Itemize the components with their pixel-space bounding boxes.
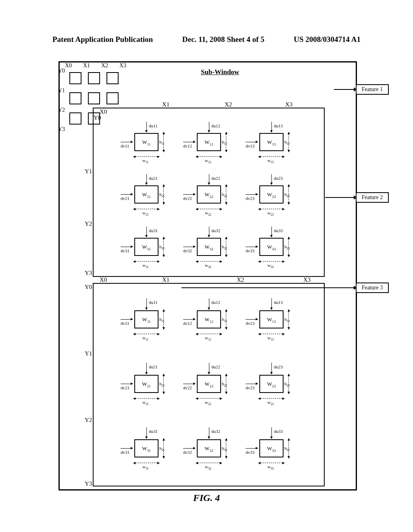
p2-du-arrow32 <box>209 227 209 237</box>
sy3: Y3 <box>58 126 65 133</box>
page-header: Patent Application Publication Dec. 11, … <box>0 35 413 44</box>
feature3-label: Feature 3 <box>356 283 389 293</box>
p3-w33: W33 <box>259 439 284 457</box>
p2-h33: h33 <box>284 244 290 250</box>
p2-w12: W12 <box>197 133 221 151</box>
p2-dv33: dv33 <box>246 248 254 253</box>
p3-du-arrow23 <box>271 363 272 374</box>
sc22 <box>88 92 100 104</box>
p3-du11: du11 <box>149 300 158 305</box>
p3-y1: Y1 <box>85 350 92 357</box>
p3-dv-arrow11 <box>121 319 133 320</box>
p3-dv-arrow23 <box>246 384 258 384</box>
p3-w13: W13 <box>259 310 284 328</box>
p3-h33: h33 <box>284 446 290 452</box>
p2-du-arrow12 <box>209 122 209 132</box>
p2-du-arrow33 <box>271 227 272 237</box>
p3-du23: du23 <box>274 364 283 369</box>
p3-w23: W23 <box>259 375 284 393</box>
p3-dv-arrow21 <box>121 384 133 384</box>
header-left: Patent Application Publication <box>52 35 153 44</box>
sy2: Y2 <box>58 107 65 113</box>
p3-w-arrow22 <box>196 398 222 399</box>
p2-wlbl21: w21 <box>142 210 149 216</box>
p2-du31: du31 <box>149 228 158 233</box>
p2-w21: W21 <box>134 185 159 204</box>
feature1-arrow <box>334 89 357 90</box>
p2-dv11: dv11 <box>121 143 129 148</box>
sc12 <box>88 72 100 84</box>
p2-dv-arrow11 <box>121 142 133 142</box>
p3-dv-arrow32 <box>183 448 195 449</box>
p3-du-arrow31 <box>146 427 147 438</box>
sc21 <box>69 92 81 104</box>
p3-dv13: dv13 <box>246 321 254 326</box>
p3-x3: X3 <box>303 276 311 283</box>
p3-w-arrow31 <box>133 463 159 463</box>
p2-wlbl33: w33 <box>267 263 274 269</box>
p3-dv-arrow12 <box>183 319 195 320</box>
sy0: Y0 <box>58 68 65 74</box>
p3-wlbl13: w13 <box>267 335 274 341</box>
p3-du31: du31 <box>149 429 158 434</box>
p3-wlbl33: w33 <box>267 464 274 470</box>
p3-dv-arrow31 <box>121 448 133 449</box>
p2-du13: du13 <box>274 123 283 128</box>
p3-w-arrow13 <box>259 334 284 334</box>
p3-dv22: dv22 <box>183 385 192 390</box>
p3-w31: W31 <box>134 439 159 457</box>
p2-dv-arrow23 <box>246 194 258 195</box>
p3-du-arrow11 <box>146 298 147 310</box>
p3-x1: X1 <box>162 276 169 283</box>
p2-y1: Y1 <box>85 168 92 175</box>
p3-y2: Y2 <box>85 417 92 424</box>
p2-du12: du12 <box>211 123 220 128</box>
p2-h13: h13 <box>284 139 290 145</box>
header-right: US 2008/0304714 A1 <box>294 35 361 44</box>
p3-w-arrow12 <box>196 334 222 334</box>
p2-dv-arrow13 <box>246 142 258 142</box>
p3-h32: h32 <box>222 446 227 452</box>
p2-dv21: dv21 <box>121 196 129 201</box>
p3-w22: W22 <box>197 375 221 393</box>
p2-du21: du21 <box>149 176 158 181</box>
p2-wlbl23: w23 <box>267 210 274 216</box>
p2-du-arrow31 <box>146 227 147 237</box>
p2-du32: du32 <box>211 228 220 233</box>
sy1: Y1 <box>58 87 65 94</box>
feature2-label: Feature 2 <box>356 192 389 203</box>
p2-dv12: dv12 <box>183 143 192 148</box>
p3-dv11: dv11 <box>121 321 129 326</box>
p3-x2: X2 <box>237 276 244 283</box>
p3-du12: du12 <box>211 300 220 305</box>
p3-h13: h13 <box>284 317 290 323</box>
p2-w22: W22 <box>197 185 221 204</box>
p2-h11: h11 <box>159 139 165 145</box>
p3-du21: du21 <box>149 364 158 369</box>
feature3-arrow <box>181 287 357 288</box>
p3-h12: h12 <box>222 317 227 323</box>
p3-y3: Y3 <box>85 480 92 487</box>
p2-w11: W11 <box>134 133 159 151</box>
p3-wlbl31: w31 <box>142 464 149 470</box>
p3-du-arrow33 <box>271 427 272 438</box>
p2-w-arrow13 <box>259 156 284 157</box>
p2-du-arrow21 <box>146 174 147 185</box>
p3-wlbl12: w12 <box>205 335 211 341</box>
p3-du32: du32 <box>211 429 220 434</box>
figure-label: FIG. 4 <box>0 493 413 503</box>
p3-dv21: dv21 <box>121 385 129 390</box>
p2-du23: du23 <box>274 176 283 181</box>
p2-w-arrow31 <box>133 261 159 262</box>
p2-wlbl32: w32 <box>205 263 211 269</box>
p2-w31: W31 <box>134 238 159 256</box>
sx2: X2 <box>101 62 108 69</box>
p2-du22: du22 <box>211 176 220 181</box>
p2-dv32: dv32 <box>183 248 192 253</box>
p3-dv31: dv31 <box>121 450 129 455</box>
p3-h21: h21 <box>159 381 165 387</box>
p2-w-arrow33 <box>259 261 284 262</box>
p2-w-arrow32 <box>196 261 222 262</box>
p3-du-arrow21 <box>146 363 147 374</box>
p2-du-arrow11 <box>146 122 147 132</box>
